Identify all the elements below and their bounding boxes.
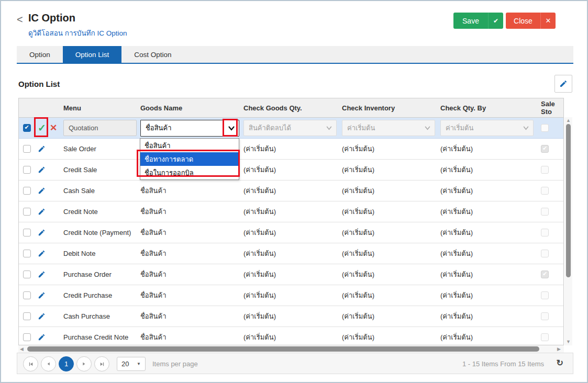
scroll-right-icon[interactable]: ▶ [557,346,561,352]
page-size-select[interactable]: 20 ▼ [117,357,146,371]
tab-option-list[interactable]: Option List [63,46,122,63]
scroll-left-icon[interactable]: ◀ [20,346,24,352]
scroll-up-icon[interactable]: ▲ [564,117,572,124]
sale-stock-checkbox-disabled [541,229,549,236]
table-header-row: Menu Goods Name Check Goods Qty. Check I… [19,98,563,118]
topbar: < IC Option ดูวิดีโอสอน การบันทึก IC Opt… [17,10,571,41]
sale-stock-checkbox-disabled [541,166,549,174]
edit-row-pencil-icon[interactable] [38,187,46,195]
edit-list-button[interactable] [554,75,572,93]
scroll-down-icon[interactable]: ▼ [564,339,572,345]
check-inventory-cell: (ค่าเริ่มต้น) [338,227,437,238]
edit-row-pencil-icon[interactable] [38,145,46,153]
row-checkbox[interactable] [23,166,31,174]
row-checkbox[interactable] [23,291,31,299]
check-inventory-value: ค่าเริ่มต้น [347,122,375,133]
row-checkbox[interactable] [23,312,31,320]
sale-stock-checkbox-disabled [541,250,549,257]
check-qty-by-cell: (ค่าเริ่มต้น) [437,206,535,217]
tab-option[interactable]: Option [17,46,63,63]
goods-name-dropdown-menu: ชื่อสินค้า ชื่อทางการตลาด ชื่อในการออกบิ… [140,138,239,180]
row-checkbox-checked[interactable] [23,124,31,132]
video-tutorial-link[interactable]: ดูวิดีโอสอน การบันทึก IC Option [28,27,127,39]
last-page-icon [99,362,105,367]
check-qty-by-cell: (ค่าเริ่มต้น) [437,227,535,238]
check-inventory-cell: (ค่าเริ่มต้น) [338,185,437,196]
check-goods-qty-cell: (ค่าเริ่มต้น) [240,332,338,343]
first-page-icon [28,362,34,367]
dropdown-option-billing-name[interactable]: ชื่อในการออกบิล [140,166,239,179]
row-checkbox[interactable] [23,208,31,216]
back-chevron-icon[interactable]: < [17,15,24,25]
sale-stock-checkbox-disabled [541,291,549,299]
check-inventory-cell: (ค่าเริ่มต้น) [338,269,437,280]
horizontal-scrollbar[interactable]: ◀ ▶ [18,345,564,353]
column-header-sale-stock: Sale Sto [535,100,563,116]
vertical-scrollbar[interactable]: ▲ ▼ [564,117,572,345]
save-button[interactable]: Save ✔ [453,13,503,29]
table-row-sale-order: Sale Order ชื่อสินค้า (ค่าเริ่มต้น) (ค่า… [19,139,563,160]
chevron-down-icon[interactable] [228,126,235,131]
confirm-icon[interactable]: ✓ [38,122,46,134]
horizontal-scrollbar-thumb[interactable] [27,346,539,352]
menu-cell: Sale Order [62,145,140,153]
menu-cell: Credit Purchase [62,291,140,299]
section-title: Option List [18,80,60,88]
table-row-cash-sale: Cash Sale ชื่อสินค้า (ค่าเริ่มต้น) (ค่าเ… [19,181,563,201]
column-header-check-goods-qty: Check Goods Qty. [240,104,338,112]
goods-name-cell: ชื่อสินค้า [140,332,240,343]
page-1-button[interactable]: 1 [59,356,74,371]
row-checkbox[interactable] [23,271,31,278]
goods-name-cell: ชื่อสินค้า [140,248,240,259]
items-range-label: 1 - 15 Items From 15 Items [462,360,544,368]
save-check-icon[interactable]: ✔ [488,13,503,29]
chevron-down-icon [425,126,430,130]
row-checkbox[interactable] [23,145,31,153]
check-goods-qty-select-disabled: สินค้าติดลบได้ [243,120,337,136]
check-qty-by-cell: (ค่าเริ่มต้น) [437,185,535,196]
check-goods-qty-cell: (ค่าเริ่มต้น) [240,164,338,175]
table-row-purchase-credit-note: Purchase Credit Note ชื่อสินค้า (ค่าเริ่… [19,327,563,345]
page-title: IC Option [28,12,75,24]
check-qty-by-cell: (ค่าเริ่มต้น) [437,248,535,259]
close-x-icon[interactable]: ✕ [540,13,556,29]
close-button-label[interactable]: Close [506,13,540,29]
previous-page-button[interactable] [41,356,56,371]
dropdown-option-marketing-name[interactable]: ชื่อทางการตลาด [140,152,239,166]
next-page-button[interactable] [76,356,92,371]
tab-cost-option[interactable]: Cost Option [121,46,184,63]
edit-row-pencil-icon[interactable] [38,250,46,257]
sale-stock-checkbox-disabled [541,124,549,132]
edit-row-pencil-icon[interactable] [38,166,46,174]
goods-name-select-open[interactable]: ชื่อสินค้า [140,120,239,137]
edit-row-pencil-icon[interactable] [38,229,46,236]
row-checkbox[interactable] [23,187,31,195]
save-button-label[interactable]: Save [453,13,488,29]
vertical-scrollbar-thumb[interactable] [566,124,571,277]
refresh-icon[interactable]: ↻ [557,358,563,368]
menu-cell: Credit Note [62,208,140,216]
last-page-button[interactable] [94,356,109,371]
first-page-button[interactable] [23,356,38,371]
check-qty-by-cell: (ค่าเริ่มต้น) [437,143,535,154]
row-checkbox[interactable] [23,229,31,236]
check-goods-qty-cell: (ค่าเริ่มต้น) [240,269,338,280]
row-checkbox[interactable] [23,333,31,341]
edit-row-pencil-icon[interactable] [38,333,46,341]
edit-row-pencil-icon[interactable] [38,291,46,299]
check-goods-qty-cell: (ค่าเริ่มต้น) [240,206,338,217]
check-inventory-cell: (ค่าเริ่มต้น) [338,206,437,217]
edit-row-pencil-icon[interactable] [38,208,46,216]
row-checkbox[interactable] [23,250,31,257]
close-button[interactable]: Close ✕ [506,13,556,29]
check-inventory-cell: (ค่าเริ่มต้น) [338,311,437,322]
check-goods-qty-cell: (ค่าเริ่มต้น) [240,185,338,196]
dropdown-option-goods-name[interactable]: ชื่อสินค้า [140,139,239,152]
edit-row-pencil-icon[interactable] [38,312,46,320]
check-qty-by-cell: (ค่าเริ่มต้น) [437,290,535,301]
check-inventory-cell: (ค่าเริ่มต้น) [338,248,437,259]
edit-row-pencil-icon[interactable] [38,271,46,278]
sale-stock-checkbox-disabled [541,208,549,216]
cancel-icon[interactable]: ✕ [50,122,57,133]
menu-cell: Purchase Order [62,271,140,278]
